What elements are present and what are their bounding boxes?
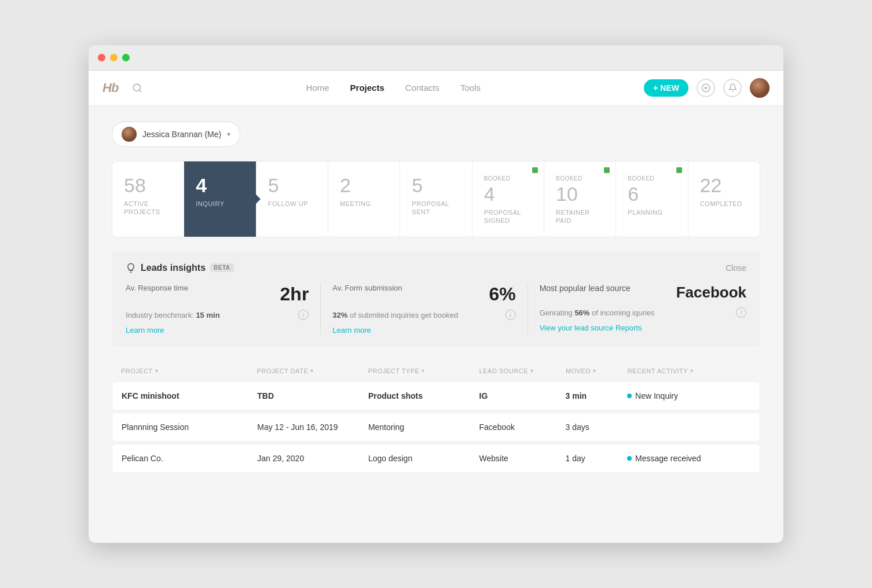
booked-badge [604,167,610,173]
sort-icon: ▾ [593,368,596,374]
insight-label: Av. Form submission [332,284,402,292]
pipeline-label: COMPLETED [700,200,748,208]
insights-grid: Av. Response time 2hr Industry benchmark… [126,284,746,335]
table-row[interactable]: KFC minishoot TBD Product shots IG 3 min… [112,381,760,410]
cell-moved: 1 day [566,454,627,463]
info-icon[interactable]: i [298,310,309,320]
title-bar [89,45,783,71]
col-project-type[interactable]: PROJECT TYPE ▾ [368,368,479,374]
maximize-button[interactable] [122,54,130,61]
nav-contacts[interactable]: Contacts [405,83,439,93]
lead-source-link[interactable]: View your lead source Reports [540,324,642,332]
user-selector[interactable]: Jessica Brannan (Me) ▾ [112,122,240,147]
new-button[interactable]: + NEW [644,79,688,97]
search-icon[interactable] [132,83,142,93]
user-avatar [122,127,137,142]
info-icon[interactable]: i [736,307,746,318]
cell-project: Plannning Session [122,422,257,432]
col-lead-source[interactable]: LEAD SOURCE ▾ [479,368,566,374]
insights-title: Leads insights [141,263,206,273]
pipeline-planning[interactable]: BOOKED 6 PLANNING [616,161,688,237]
pipeline-proposal-signed[interactable]: BOOKED 4 PROPOSALSIGNED [472,161,544,237]
pipeline-label: FOLLOW UP [268,200,316,208]
insight-sub-bold: 56% [574,308,589,317]
insight-sub: Industry benchmark: 15 min [126,311,220,319]
col-recent-activity[interactable]: RECENT ACTIVITY ▾ [628,368,751,374]
dollar-icon[interactable] [697,79,715,97]
sort-icon: ▾ [155,368,159,374]
pipeline-count: 10 [556,184,604,204]
cell-type: Logo design [368,454,479,463]
pipeline-count: 5 [412,175,460,195]
projects-table: PROJECT ▾ PROJECT DATE ▾ PROJECT TYPE ▾ … [112,363,760,473]
learn-more-link-2[interactable]: Learn more [332,326,371,335]
insight-label: Av. Response time [126,284,188,292]
pipeline-inquiry[interactable]: 4 INQUIRY [184,161,256,237]
insight-response-time: Av. Response time 2hr Industry benchmark… [126,284,321,335]
col-project[interactable]: PROJECT ▾ [121,368,257,374]
avatar[interactable] [750,78,770,98]
nav-tools[interactable]: Tools [460,83,481,93]
pipeline-count: 22 [700,175,748,195]
topbar: Hb Home Projects Contacts Tools + NEW [89,71,783,105]
sort-icon: ▾ [422,368,425,374]
booked-label: BOOKED [484,175,532,182]
activity-dot-icon [627,394,632,398]
nav-projects[interactable]: Projects [350,83,384,93]
insight-sub-bold: 32% [332,311,347,319]
pipeline-label: ACTIVEPROJECTS [124,200,172,216]
sort-icon: ▾ [690,368,694,374]
insight-sub: Genrating 56% of incoming iquries [540,308,655,317]
pipeline-label: PLANNING [628,208,676,216]
close-button[interactable] [98,54,105,61]
pipeline-retainer-paid[interactable]: BOOKED 10 RETAINERPAID [544,161,616,237]
user-name: Jessica Brannan (Me) [142,130,221,139]
pipeline-label: PROPOSALSIGNED [484,208,532,225]
traffic-lights [98,54,130,61]
learn-more-link-1[interactable]: Learn more [126,326,164,335]
insight-value: 2hr [280,284,309,305]
cell-type: Product shots [368,391,479,400]
pipeline-count: 5 [268,175,316,195]
insights-box: Leads insights BETA Close Av. Response t… [112,251,760,347]
insight-sub-bold: 15 min [196,311,219,319]
cell-activity: Message received [627,454,750,463]
pipeline-count: 4 [196,175,244,195]
close-insights-button[interactable]: Close [726,263,746,273]
insight-row-2: Av. Form submission 6% [332,284,515,305]
col-project-date[interactable]: PROJECT DATE ▾ [257,368,368,374]
lightbulb-icon [126,263,136,273]
cell-type: Mentoring [368,422,479,432]
bell-icon[interactable] [723,79,742,97]
pipeline-count: 2 [340,175,388,195]
insight-label: Most popular lead source [540,284,631,293]
minimize-button[interactable] [110,54,118,61]
insight-row-1: Av. Response time 2hr [126,284,309,305]
col-moved[interactable]: MOVED ▾ [566,368,628,374]
cell-project: KFC minishoot [122,391,257,400]
table-row[interactable]: Pelican Co. Jan 29, 2020 Logo design Web… [112,444,760,473]
pipeline-follow-up[interactable]: 5 FOLLOW UP [257,161,328,237]
beta-badge: BETA [210,263,233,272]
logo: Hb [102,80,118,95]
cell-date: Jan 29, 2020 [257,454,368,463]
pipeline-completed[interactable]: 22 COMPLETED [688,161,760,237]
pipeline-proposal-sent[interactable]: 5 PROPOSALSENT [400,161,472,237]
pipeline-label: PROPOSALSENT [412,200,460,216]
cell-date: TBD [257,391,368,400]
insight-value: 6% [489,284,515,305]
topbar-right: + NEW [644,78,770,98]
nav-home[interactable]: Home [306,83,329,93]
cell-project: Pelican Co. [122,454,257,463]
pipeline-meeting[interactable]: 2 MEETING [328,161,400,237]
pipeline-label: INQUIRY [196,200,244,208]
booked-label: BOOKED [556,175,604,182]
cell-activity: New Inquiry [627,391,750,400]
pipeline-active-projects[interactable]: 58 ACTIVEPROJECTS [112,161,184,237]
pipeline-count: 58 [124,175,172,195]
info-icon[interactable]: i [505,310,516,320]
sort-icon: ▾ [530,368,534,374]
table-row[interactable]: Plannning Session May 12 - Jun 16, 2019 … [112,413,760,442]
insight-form-submission: Av. Form submission 6% 32% of submited i… [332,284,527,335]
insight-value: Facebook [676,284,746,302]
